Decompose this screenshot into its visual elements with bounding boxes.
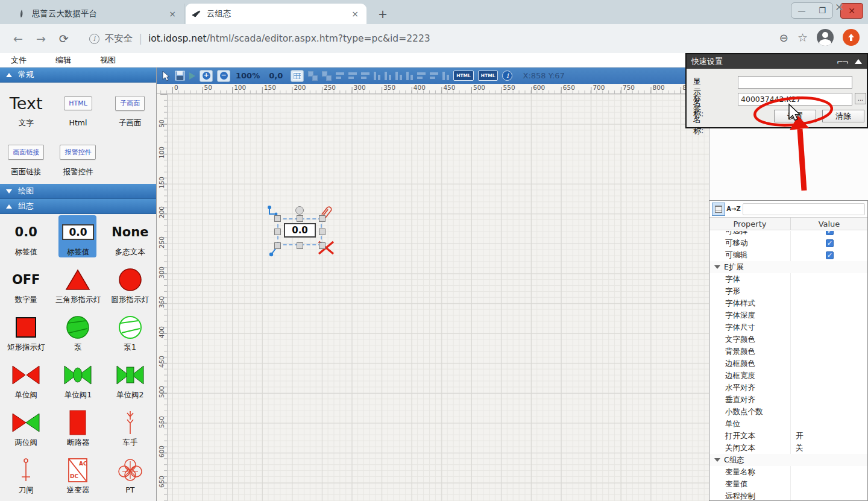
property-row[interactable]: 远程控制 <box>709 490 867 500</box>
minimize-button[interactable]: — <box>791 3 812 18</box>
property-value[interactable] <box>790 297 867 309</box>
site-info-icon[interactable]: i <box>89 34 99 44</box>
property-value[interactable] <box>790 406 867 418</box>
property-category-row[interactable]: C组态 <box>709 454 867 466</box>
property-value[interactable] <box>790 466 867 478</box>
property-value[interactable] <box>790 382 867 394</box>
property-row[interactable]: 变量名称 <box>709 466 867 478</box>
property-value[interactable] <box>790 309 867 321</box>
property-value[interactable]: ✓ <box>790 249 867 261</box>
palette-item-pt[interactable]: PT <box>104 453 156 501</box>
align-right-icon[interactable] <box>361 69 370 83</box>
property-value[interactable]: 关 <box>790 442 867 454</box>
resize-handle[interactable] <box>297 215 303 222</box>
save-icon[interactable] <box>175 69 185 83</box>
info-icon[interactable]: i <box>502 69 512 83</box>
browser-update-icon[interactable] <box>843 29 860 46</box>
html2-button[interactable]: HTML <box>478 69 498 83</box>
property-value[interactable]: ✓ <box>790 231 867 237</box>
zoom-out-page-icon[interactable]: ⊖ <box>779 31 788 44</box>
palette-item-handcart[interactable]: 车手 <box>104 406 156 453</box>
property-row[interactable]: 边框颜色 <box>709 358 867 370</box>
tab-dashboard[interactable]: 思普云大数据平台 × <box>11 4 184 24</box>
quick-settings-header[interactable]: 快速设置 ⌐¬ <box>687 54 867 69</box>
palette-item-tag-value-box[interactable]: 0.0标签值 <box>52 215 104 263</box>
align-top-icon[interactable] <box>374 69 380 83</box>
resize-handle[interactable] <box>319 242 326 249</box>
property-row[interactable]: 字体深度 <box>709 309 867 321</box>
property-row[interactable]: 字形 <box>709 285 867 297</box>
palette-item-unit-valve[interactable]: 单位阀 <box>0 358 52 406</box>
same-size-icon[interactable] <box>406 69 413 83</box>
palette-item-breaker[interactable]: 断路器 <box>52 406 104 453</box>
section-header-scada[interactable]: 组态 <box>0 199 156 214</box>
palette-item-alarm-control[interactable]: 报警控件报警控件 <box>52 135 104 183</box>
selected-tag-value-widget[interactable]: 0.0 <box>265 203 344 263</box>
property-category-row[interactable]: E扩展 <box>709 261 867 273</box>
group-icon[interactable] <box>308 69 318 83</box>
rotate-handle[interactable] <box>295 206 304 215</box>
ungroup-icon[interactable] <box>322 69 332 83</box>
equal-space-icon[interactable] <box>442 69 449 83</box>
property-value[interactable] <box>790 333 867 345</box>
property-row[interactable]: 字体 <box>709 273 867 285</box>
palette-item-two-way-valve[interactable]: 两位阀 <box>0 406 52 453</box>
resize-handle[interactable] <box>274 228 281 235</box>
align-bottom-icon[interactable] <box>395 69 402 83</box>
property-value[interactable]: 开 <box>790 430 867 442</box>
property-filter-box[interactable] <box>743 203 865 215</box>
palette-item-inverter[interactable]: ACDC逆变器 <box>52 453 104 501</box>
bookmark-star-icon[interactable]: ☆ <box>797 31 808 44</box>
property-row[interactable]: 背景颜色 <box>709 345 867 358</box>
resize-handle[interactable] <box>319 228 326 235</box>
category-collapse-icon[interactable] <box>714 265 720 269</box>
palette-item-screen-link[interactable]: 画面链接画面链接 <box>0 135 52 183</box>
palette-item-triangle-indicator[interactable]: 三角形指示灯 <box>52 263 104 310</box>
resize-handle[interactable] <box>297 242 303 249</box>
property-row[interactable]: 打开文本开 <box>709 430 867 442</box>
sort-az-icon[interactable]: A→Z <box>727 203 740 216</box>
restore-button[interactable]: ❐ <box>812 3 832 18</box>
run-icon[interactable] <box>189 69 195 83</box>
property-value[interactable] <box>790 358 867 370</box>
clear-button[interactable]: 清除 <box>822 110 864 122</box>
resize-handle[interactable] <box>319 215 326 222</box>
property-row[interactable]: 文字颜色 <box>709 333 867 345</box>
palette-item-multi-state-text[interactable]: None多态文本 <box>104 215 156 263</box>
property-row[interactable]: 变量值 <box>709 478 867 490</box>
reload-icon[interactable]: ⟳ <box>59 32 69 45</box>
property-value[interactable] <box>790 370 867 382</box>
html-button[interactable]: HTML <box>453 69 474 83</box>
property-value[interactable] <box>790 418 867 430</box>
property-value[interactable] <box>790 490 867 500</box>
menu-file[interactable]: 文件 <box>11 55 45 66</box>
tag-browse-button[interactable]: ... <box>855 93 866 104</box>
section-header-drawing[interactable]: 绘图 <box>0 184 156 199</box>
resize-handle[interactable] <box>274 215 281 222</box>
align-middle-icon[interactable] <box>385 69 391 83</box>
resize-handle[interactable] <box>274 242 281 249</box>
property-row[interactable]: 边框宽度 <box>709 370 867 382</box>
align-center-icon[interactable] <box>348 69 357 83</box>
palette-item-tag-value-text[interactable]: 0.0标签值 <box>0 215 52 263</box>
property-value[interactable] <box>790 345 867 358</box>
property-value[interactable] <box>790 273 867 285</box>
section-header-general[interactable]: 常规 <box>0 68 156 83</box>
dock-icon[interactable]: ⌐¬ <box>837 57 848 66</box>
tab-close-icon[interactable]: × <box>166 7 179 20</box>
display-name-input[interactable] <box>738 76 852 89</box>
categorized-view-icon[interactable] <box>712 203 725 216</box>
set-button[interactable]: 设置 <box>774 110 816 122</box>
property-row[interactable]: 单位 <box>709 418 867 430</box>
property-row[interactable]: 字体尺寸 <box>709 321 867 333</box>
palette-item-sub-screen[interactable]: 子画面子画面 <box>104 86 156 134</box>
menu-edit[interactable]: 编辑 <box>55 55 89 66</box>
property-row[interactable]: 小数点个数 <box>709 406 867 418</box>
tab-scada-editor[interactable]: 云组态 × <box>186 4 366 24</box>
palette-item-pump1[interactable]: 泵1 <box>104 310 156 358</box>
zoom-in-icon[interactable]: + <box>200 69 213 83</box>
tag-value-box[interactable]: 0.0 <box>284 223 316 238</box>
omnibox[interactable]: i 不安全 | iot.idosp.net/html/scada/editor.… <box>89 33 430 45</box>
distribute-v-icon[interactable] <box>430 69 438 83</box>
palette-item-html[interactable]: HTMLHtml <box>52 86 104 134</box>
